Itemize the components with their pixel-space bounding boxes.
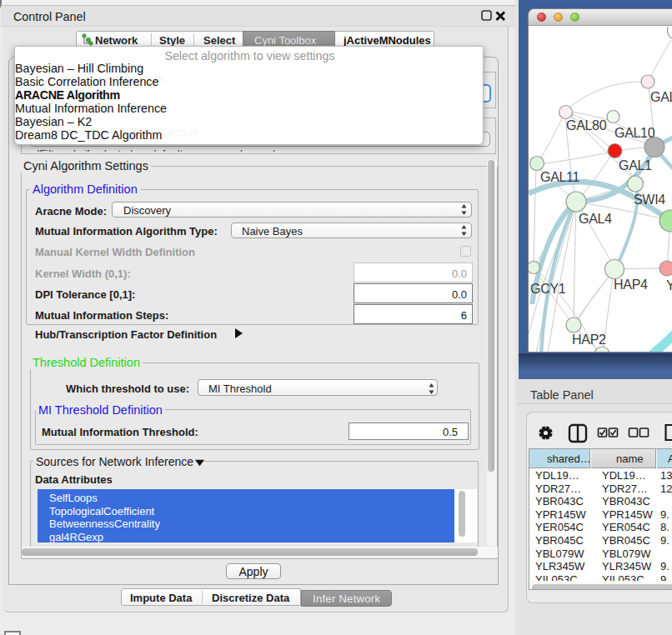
svg-text:GCY1: GCY1 — [530, 282, 566, 296]
svg-text:HAP2: HAP2 — [572, 332, 606, 347]
svg-text:GAL80: GAL80 — [566, 118, 607, 132]
svg-text:GAL1: GAL1 — [619, 158, 652, 172]
svg-text:GAL10: GAL10 — [614, 126, 655, 140]
svg-text:HAP4: HAP4 — [614, 278, 648, 292]
svg-text:GAL2: GAL2 — [650, 90, 672, 104]
svg-text:Y: Y — [666, 278, 672, 292]
svg-text:GAL11: GAL11 — [540, 170, 580, 184]
svg-text:GAL4: GAL4 — [579, 212, 612, 226]
svg-text:SWI4: SWI4 — [634, 192, 665, 207]
